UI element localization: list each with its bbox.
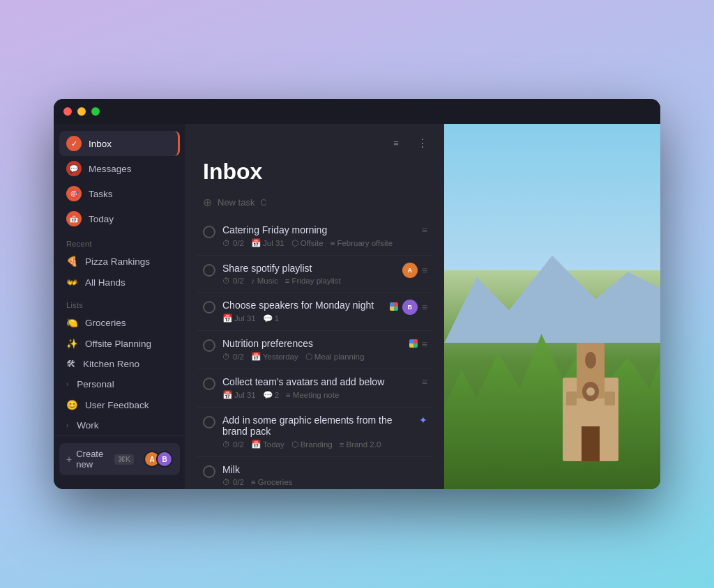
meta-list: ≡ Friday playlist: [285, 277, 341, 285]
tag-icon: ⬡: [291, 440, 298, 449]
task-checkbox[interactable]: [203, 339, 215, 352]
task-checkbox[interactable]: [203, 378, 215, 390]
task-item[interactable]: Choose speakers for Monday night 📅 Jul 3…: [197, 293, 433, 331]
list-icon: ≡: [285, 277, 290, 285]
clock-icon: ⏱: [222, 353, 231, 361]
cal-icon: 📅: [251, 352, 261, 362]
sidebar-label-work: Work: [77, 420, 98, 431]
offsite-icon: ✨: [66, 338, 78, 349]
task-avatar: A: [402, 263, 418, 278]
sidebar-item-groceries[interactable]: 🍋 Groceries: [59, 312, 180, 333]
task-actions: ≡: [409, 338, 427, 350]
meta-count: ⏱ 0/2: [222, 277, 244, 285]
task-checkbox[interactable]: [203, 226, 215, 238]
sidebar-item-pizza[interactable]: 🍕 Pizza Rankings: [59, 251, 180, 272]
meta-comment: 💬 2: [263, 390, 279, 400]
sidebar-item-tasks[interactable]: 🎯 Tasks: [59, 181, 180, 206]
task-list: Catering Friday morning ⏱ 0/2 📅 Jul 31 ⬡…: [186, 217, 444, 489]
sidebar-item-work[interactable]: › Work: [59, 415, 180, 435]
task-checkbox[interactable]: [203, 264, 215, 277]
lists-nav: 🍋 Groceries ✨ Offsite Planning 🛠 Kitchen…: [54, 312, 185, 435]
cal-icon: 📅: [251, 238, 261, 248]
sidebar-item-inbox[interactable]: ✓ Inbox: [59, 131, 180, 156]
task-title: Add in some graphic elements from the br…: [222, 415, 412, 437]
task-body: Add in some graphic elements from the br…: [222, 415, 412, 449]
plus-icon: +: [66, 454, 72, 465]
filter-button[interactable]: ≡: [386, 132, 407, 153]
clock-icon: ⏱: [222, 239, 231, 247]
photo-panel: [444, 124, 660, 489]
task-menu-icon[interactable]: ≡: [422, 376, 427, 387]
lists-section-label: Lists: [54, 293, 185, 312]
meta-list: ≡ Groceries: [251, 478, 293, 486]
list-icon: ≡: [251, 478, 256, 486]
svg-rect-6: [566, 392, 577, 405]
create-new-button[interactable]: + Create new ⌘K A B: [59, 443, 180, 475]
spark-icon: ✦: [419, 415, 427, 426]
sidebar-label-offsite: Offsite Planning: [85, 339, 151, 349]
svg-point-4: [586, 387, 595, 396]
task-meta: ⏱ 0/2 ≡ Groceries: [222, 478, 427, 486]
maximize-button[interactable]: [91, 107, 100, 116]
svg-point-2: [585, 352, 596, 369]
task-menu-icon[interactable]: ≡: [422, 265, 427, 276]
recent-section-label: Recent: [54, 231, 185, 251]
task-menu-icon[interactable]: ≡: [422, 302, 427, 313]
task-item[interactable]: Collect team's avatars and add below 📅 J…: [197, 369, 433, 408]
task-checkbox[interactable]: [203, 301, 215, 314]
sidebar-item-today[interactable]: 📅 Today: [59, 206, 180, 231]
sidebar-item-offsite[interactable]: ✨ Offsite Planning: [59, 333, 180, 354]
cal-icon: 📅: [222, 314, 232, 323]
sidebar-label-pizza: Pizza Rankings: [85, 256, 150, 267]
sidebar-label-groceries: Groceries: [85, 318, 126, 328]
task-item[interactable]: Share spotify playlist ⏱ 0/2 ♪ Music ≡ F…: [197, 256, 433, 293]
task-title: Collect team's avatars and add below: [222, 376, 415, 387]
meta-tag: ♪ Music: [251, 277, 278, 285]
tag-icon: ⬡: [305, 352, 312, 362]
clock-icon: ⏱: [222, 478, 231, 486]
list-icon: ≡: [331, 239, 335, 247]
sidebar-item-kitchen[interactable]: 🛠 Kitchen Reno: [59, 354, 180, 374]
sidebar-label-today: Today: [89, 214, 114, 224]
sky-layer: [444, 124, 660, 270]
minimize-button[interactable]: [77, 107, 86, 116]
meta-tag: ⬡ Branding: [291, 440, 333, 449]
create-new-label: Create new: [76, 449, 108, 470]
meta-date: 📅 Jul 31: [222, 390, 256, 400]
task-menu-icon[interactable]: ≡: [422, 339, 427, 350]
task-item[interactable]: Add in some graphic elements from the br…: [197, 408, 433, 457]
task-actions: ✦: [419, 415, 427, 426]
sidebar-label-kitchen: Kitchen Reno: [83, 359, 139, 369]
close-button[interactable]: [63, 107, 72, 116]
sidebar-item-feedback[interactable]: 😊 User Feedback: [59, 394, 180, 415]
slack-icon: [409, 338, 418, 350]
task-checkbox[interactable]: [203, 416, 215, 428]
church-svg: [542, 322, 639, 461]
new-task-shortcut-label: C: [260, 198, 266, 208]
meta-count: ⏱ 0/2: [222, 353, 244, 361]
title-bar: [54, 99, 660, 124]
sidebar: ✓ Inbox 💬 Messages 🎯 Tasks 📅 Today: [54, 124, 186, 489]
meta-comment: 💬 1: [263, 314, 279, 323]
task-checkbox[interactable]: [203, 465, 215, 478]
main-content: ≡ ⋮ Inbox ⊕ New task C Catering Friday m…: [186, 124, 444, 489]
new-task-row[interactable]: ⊕ New task C: [186, 193, 444, 217]
task-item[interactable]: Nutrition preferences ⏱ 0/2 📅 Yesterday …: [197, 331, 433, 369]
more-options-button[interactable]: ⋮: [412, 132, 433, 153]
meta-tag: ⬡ Meal planning: [305, 352, 365, 362]
today-icon: 📅: [66, 211, 82, 226]
sidebar-item-allhands[interactable]: 👐 All Hands: [59, 272, 180, 293]
work-chevron-icon: ›: [66, 421, 68, 429]
sidebar-footer: + Create new ⌘K A B: [54, 435, 185, 482]
music-icon: ♪: [251, 277, 255, 285]
task-menu-icon[interactable]: ≡: [422, 224, 427, 235]
sidebar-item-personal[interactable]: › Personal: [59, 374, 180, 394]
meta-list: ≡ Brand 2.0: [340, 440, 381, 449]
svg-rect-5: [582, 426, 600, 461]
task-title: Milk: [222, 464, 427, 475]
task-item[interactable]: Catering Friday morning ⏱ 0/2 📅 Jul 31 ⬡…: [197, 217, 433, 256]
task-item[interactable]: Milk ⏱ 0/2 ≡ Groceries: [197, 457, 433, 489]
sidebar-item-messages[interactable]: 💬 Messages: [59, 156, 180, 181]
app-window: ✓ Inbox 💬 Messages 🎯 Tasks 📅 Today: [54, 99, 660, 489]
sidebar-label-feedback: User Feedback: [85, 400, 149, 410]
